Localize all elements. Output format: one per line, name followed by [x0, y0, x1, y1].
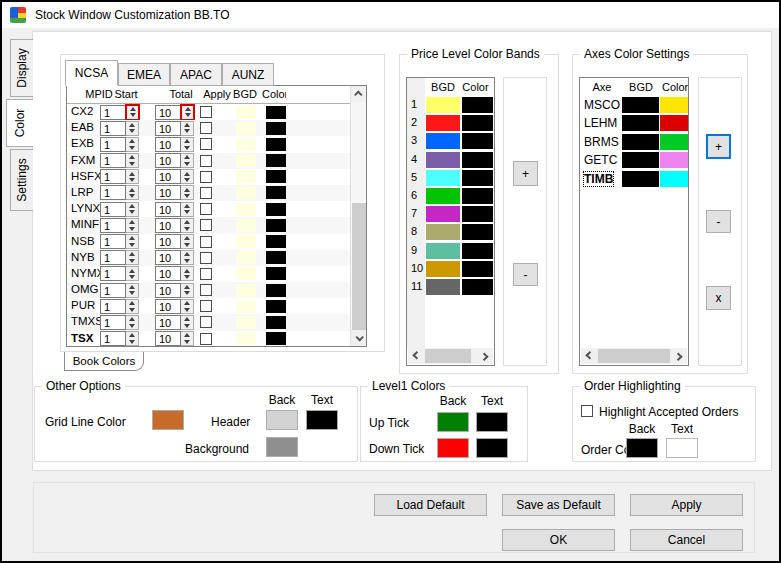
spinner-value[interactable]: 1 [100, 283, 126, 298]
band-color-swatch[interactable] [462, 279, 493, 295]
spin-down-button[interactable] [181, 128, 193, 135]
axe-color-swatch[interactable] [660, 134, 688, 150]
total-spinner[interactable]: 10 [155, 185, 194, 200]
total-spinner[interactable]: 10 [155, 105, 194, 120]
start-spinner[interactable]: 1 [100, 121, 139, 136]
color-swatch[interactable] [266, 154, 286, 167]
band-bgd-swatch[interactable] [426, 152, 460, 168]
total-spinner[interactable]: 10 [155, 121, 194, 136]
spinner-value[interactable]: 10 [155, 137, 181, 152]
band-color-swatch[interactable] [462, 97, 493, 113]
spinner-buttons[interactable] [126, 105, 139, 120]
spinner-buttons[interactable] [181, 299, 194, 314]
color-swatch[interactable] [266, 251, 286, 264]
spinner-value[interactable]: 1 [100, 266, 126, 281]
total-spinner[interactable]: 10 [155, 299, 194, 314]
start-spinner[interactable]: 1 [100, 218, 139, 233]
bgd-swatch[interactable] [236, 138, 256, 151]
spinner-value[interactable]: 10 [155, 299, 181, 314]
spinner-value[interactable]: 1 [100, 121, 126, 136]
bgd-swatch[interactable] [236, 122, 256, 135]
spinner-buttons[interactable] [126, 266, 139, 281]
save-as-default-button[interactable]: Save as Default [502, 494, 615, 516]
color-swatch[interactable] [266, 186, 286, 199]
tab-apac[interactable]: APAC [170, 63, 222, 86]
axe-color-swatch[interactable] [660, 152, 688, 168]
down-tick-text-swatch[interactable] [476, 438, 508, 458]
up-tick-text-swatch[interactable] [476, 412, 508, 432]
scroll-right-button[interactable] [671, 348, 687, 364]
bgd-swatch[interactable] [236, 332, 256, 345]
spin-down-button[interactable] [126, 128, 138, 135]
apply-checkbox[interactable] [200, 316, 212, 328]
spin-down-button[interactable] [181, 306, 193, 313]
spin-down-button[interactable] [126, 322, 138, 329]
band-bgd-swatch[interactable] [426, 115, 460, 131]
scroll-left-button[interactable] [408, 348, 424, 364]
spinner-buttons[interactable] [181, 105, 194, 120]
spin-down-button[interactable] [126, 306, 138, 313]
spinner-buttons[interactable] [181, 121, 194, 136]
total-spinner[interactable]: 10 [155, 137, 194, 152]
axe-color-swatch[interactable] [660, 97, 688, 113]
spinner-buttons[interactable] [126, 121, 139, 136]
price-bands-hscrollbar[interactable] [408, 348, 493, 364]
band-bgd-swatch[interactable] [426, 97, 460, 113]
background-swatch[interactable] [266, 437, 298, 457]
order-text-swatch[interactable] [666, 438, 698, 458]
spinner-buttons[interactable] [126, 234, 139, 249]
spinner-buttons[interactable] [126, 250, 139, 265]
bgd-swatch[interactable] [236, 235, 256, 248]
color-swatch[interactable] [266, 316, 286, 329]
tab-color[interactable]: Color [6, 99, 33, 147]
color-swatch[interactable] [266, 219, 286, 232]
color-swatch[interactable] [266, 332, 286, 345]
spin-down-button[interactable] [181, 225, 193, 232]
apply-checkbox[interactable] [200, 138, 212, 150]
spinner-value[interactable]: 1 [100, 218, 126, 233]
band-color-swatch[interactable] [462, 224, 493, 240]
spinner-value[interactable]: 1 [100, 169, 126, 184]
spinner-buttons[interactable] [181, 137, 194, 152]
total-spinner[interactable]: 10 [155, 315, 194, 330]
tab-ncsa[interactable]: NCSA [65, 60, 118, 86]
spinner-value[interactable]: 1 [100, 185, 126, 200]
spinner-buttons[interactable] [181, 185, 194, 200]
total-spinner[interactable]: 10 [155, 169, 194, 184]
spinner-buttons[interactable] [181, 234, 194, 249]
bgd-swatch[interactable] [236, 219, 256, 232]
spin-down-button[interactable] [126, 193, 138, 200]
highlight-accepted-orders-checkbox[interactable] [581, 405, 593, 417]
spinner-buttons[interactable] [181, 315, 194, 330]
axe-bgd-swatch[interactable] [622, 115, 659, 131]
cancel-button[interactable]: Cancel [630, 529, 743, 551]
start-spinner[interactable]: 1 [100, 185, 139, 200]
spinner-value[interactable]: 1 [100, 105, 126, 120]
spinner-value[interactable]: 10 [155, 234, 181, 249]
total-spinner[interactable]: 10 [155, 153, 194, 168]
band-bgd-swatch[interactable] [426, 224, 460, 240]
spinner-buttons[interactable] [126, 185, 139, 200]
spin-down-button[interactable] [126, 177, 138, 184]
apply-checkbox[interactable] [200, 268, 212, 280]
total-spinner[interactable]: 10 [155, 250, 194, 265]
start-spinner[interactable]: 1 [100, 169, 139, 184]
bgd-swatch[interactable] [236, 203, 256, 216]
spinner-buttons[interactable] [126, 299, 139, 314]
start-spinner[interactable]: 1 [100, 153, 139, 168]
tab-book-colors[interactable]: Book Colors [64, 352, 144, 371]
axe-color-swatch[interactable] [660, 115, 688, 131]
total-spinner[interactable]: 10 [155, 202, 194, 217]
spin-down-button[interactable] [181, 290, 193, 297]
bgd-swatch[interactable] [236, 251, 256, 264]
start-spinner[interactable]: 1 [100, 266, 139, 281]
axe-label[interactable]: TIMB [584, 172, 613, 186]
spin-down-button[interactable] [126, 290, 138, 297]
tab-aunz[interactable]: AUNZ [222, 63, 274, 86]
axe-bgd-swatch[interactable] [622, 97, 659, 113]
scrollbar-thumb[interactable] [352, 203, 366, 331]
color-swatch[interactable] [266, 138, 286, 151]
spinner-buttons[interactable] [181, 331, 194, 346]
spinner-buttons[interactable] [181, 266, 194, 281]
spinner-value[interactable]: 10 [155, 266, 181, 281]
